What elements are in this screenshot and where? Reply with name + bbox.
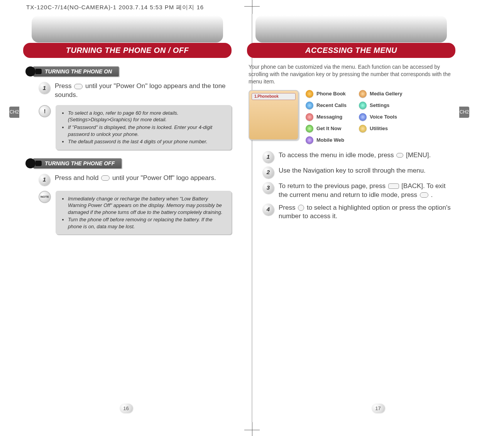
menu-item: Settings xyxy=(359,102,403,109)
end-key-icon xyxy=(101,175,110,181)
banner: TURNING THE PHONE ON / OFF xyxy=(23,15,232,58)
step-text: Press and hold until your "Power Off" lo… xyxy=(55,174,216,185)
text: until your "Power Off" logo appears. xyxy=(112,174,216,182)
tip-item: If "Password" is displayed, the phone is… xyxy=(68,124,226,137)
end-key-icon xyxy=(74,84,83,89)
step-text: Press until your "Power On" logo appears… xyxy=(55,82,232,100)
menu-label: Utilities xyxy=(370,126,388,131)
step-3: 3 To return to the previous page, press … xyxy=(262,182,455,200)
tip-item: To select a logo, refer to page 60 for m… xyxy=(68,110,226,123)
page-title: TURNING THE PHONE ON / OFF xyxy=(23,43,232,58)
step-number: 1 xyxy=(39,174,50,185)
menu-label: Mobile Web xyxy=(316,137,344,143)
phonebook-icon xyxy=(306,90,313,98)
step-4: 4 Press to select a highlighted option o… xyxy=(262,204,455,221)
text: To return to the previous page, press xyxy=(279,182,387,190)
subheading-on: TURNING THE PHONE ON xyxy=(25,66,232,76)
step-number: 3 xyxy=(262,182,274,193)
step-2: 2 Use the Navigation key to scroll throu… xyxy=(262,166,455,178)
recent-calls-icon xyxy=(306,102,313,109)
intro-text: Your phone can be customized via the men… xyxy=(249,63,455,85)
menu-label: Get It Now xyxy=(316,126,341,131)
menu-label: Settings xyxy=(370,102,389,108)
step-off-1: 1 Press and hold until your "Power Off" … xyxy=(39,174,232,185)
settings-icon xyxy=(359,102,367,109)
step-number: 2 xyxy=(262,166,274,178)
tip-callout: ! To select a logo, refer to page 60 for… xyxy=(39,105,232,150)
note-callout: NOTE Immediately change or recharge the … xyxy=(39,191,232,235)
note-item: Turn the phone off before removing or re… xyxy=(68,216,226,230)
text: . xyxy=(431,191,433,198)
page-title: ACCESSING THE MENU xyxy=(247,43,455,58)
messaging-icon xyxy=(306,113,313,121)
menu-label: Recent Calls xyxy=(316,102,347,108)
page-number-right: 17 xyxy=(372,404,385,413)
subheading-off: TURNING THE PHONE OFF xyxy=(25,158,232,168)
step-number: 1 xyxy=(262,151,274,163)
menu-item: Messaging xyxy=(306,113,347,121)
softkey-icon xyxy=(396,153,403,158)
step-text: Press to select a highlighted option or … xyxy=(279,204,455,221)
print-header: TX-120C-7/14(NO-CAMERA)-1 2003.7.14 5:53… xyxy=(26,4,204,11)
text: Press xyxy=(279,204,297,211)
page-footer: 16 17 xyxy=(0,404,504,413)
media-gallery-icon xyxy=(359,90,367,98)
tip-badge-icon: ! xyxy=(39,105,51,117)
subheading-label: TURNING THE PHONE ON xyxy=(33,66,119,76)
menu-label: Voice Tools xyxy=(370,114,397,120)
ok-key-icon xyxy=(298,205,304,211)
tip-box: To select a logo, refer to page 60 for m… xyxy=(56,105,232,150)
banner-gradient xyxy=(255,15,447,42)
menu-overview: 1.Phonebook Phone Book Recent Calls Mess… xyxy=(249,90,455,144)
note-box: Immediately change or recharge the batte… xyxy=(56,191,232,235)
right-page: CH2 ACCESSING THE MENU Your phone can be… xyxy=(247,12,455,359)
bullet-icon xyxy=(25,158,36,168)
step-text: To return to the previous page, press [B… xyxy=(279,182,455,200)
menu-item: Media Gellery xyxy=(359,90,403,98)
menu-item: Utilities xyxy=(359,125,403,132)
chapter-tab-right: CH2 xyxy=(459,107,469,118)
tip-item: The default password is the last 4 digit… xyxy=(68,138,226,145)
banner-gradient xyxy=(32,15,223,42)
menu-item: Voice Tools xyxy=(359,113,403,121)
step-text: Use the Navigation key to scroll through… xyxy=(279,166,426,178)
text: to select a highlighted option or press … xyxy=(279,204,451,220)
banner: ACCESSING THE MENU xyxy=(247,15,455,58)
menu-label: Messaging xyxy=(316,114,342,120)
step-on-1: 1 Press until your "Power On" logo appea… xyxy=(39,82,232,100)
menu-label: Phone Book xyxy=(316,91,346,97)
chapter-tab-label: CH2 xyxy=(460,109,469,115)
text: Press xyxy=(55,82,73,90)
menu-item: Phone Book xyxy=(306,90,347,98)
text: Press and hold xyxy=(55,174,100,182)
left-page: CH2 TURNING THE PHONE ON / OFF TURNING T… xyxy=(23,12,232,359)
bullet-icon xyxy=(25,66,36,76)
menu-columns: Phone Book Recent Calls Messaging Get It… xyxy=(306,90,403,144)
crop-mark-bottom xyxy=(244,422,260,436)
menu-label: Media Gellery xyxy=(370,91,403,97)
note-badge-icon: NOTE xyxy=(39,191,51,203)
chapter-tab-label: CH2 xyxy=(10,109,19,115)
subheading-label: TURNING THE PHONE OFF xyxy=(33,158,122,168)
text: To access the menu in idle mode, press xyxy=(279,151,396,159)
text: [MENU]. xyxy=(406,151,431,159)
menu-item: Mobile Web xyxy=(306,136,347,144)
screenshot-label: 1.Phonebook xyxy=(252,93,296,100)
step-number: 1 xyxy=(39,82,50,93)
phone-screenshot: 1.Phonebook xyxy=(249,90,299,140)
note-item: Immediately change or recharge the batte… xyxy=(68,195,226,216)
step-text: To access the menu in idle mode, press [… xyxy=(279,151,431,163)
end-key-icon xyxy=(420,192,428,198)
menu-col-2: Media Gellery Settings Voice Tools Utili… xyxy=(359,90,403,144)
get-it-now-icon xyxy=(306,125,313,132)
voice-tools-icon xyxy=(359,113,367,121)
chapter-tab-left: CH2 xyxy=(9,107,19,118)
menu-item: Recent Calls xyxy=(306,102,347,109)
menu-item: Get It Now xyxy=(306,125,347,132)
page-number-left: 16 xyxy=(120,404,133,413)
step-1: 1 To access the menu in idle mode, press… xyxy=(262,151,455,163)
step-number: 4 xyxy=(262,204,274,215)
back-key-icon xyxy=(388,183,399,189)
utilities-icon xyxy=(359,125,367,132)
mobile-web-icon xyxy=(306,136,313,144)
